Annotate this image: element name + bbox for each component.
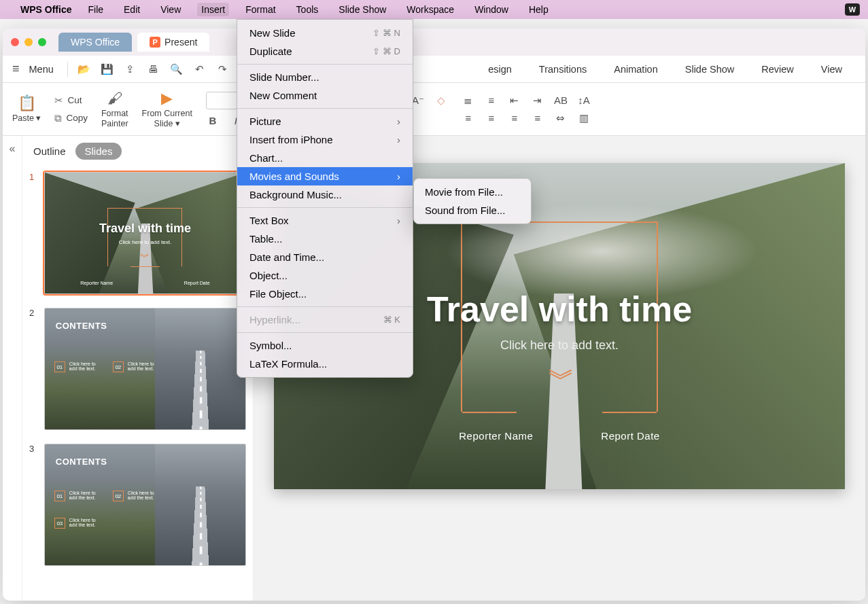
mac-menubar: WPS Office File Edit View Insert Format … bbox=[0, 0, 868, 19]
menu-object[interactable]: Object... bbox=[237, 266, 413, 285]
menu-sound-from-file[interactable]: Sound from File... bbox=[414, 201, 531, 219]
menu-file[interactable]: File bbox=[84, 3, 107, 16]
outline-tab[interactable]: Outline bbox=[33, 145, 66, 157]
numbering-icon[interactable]: ≡ bbox=[485, 94, 498, 106]
menubar-appname[interactable]: WPS Office bbox=[20, 4, 71, 15]
align-right-icon[interactable]: ≡ bbox=[508, 112, 521, 124]
line-spacing-icon[interactable]: ↕A bbox=[577, 94, 591, 106]
decrease-indent-icon[interactable]: ⇤ bbox=[508, 94, 521, 107]
menu-duplicate[interactable]: Duplicate⇧ ⌘ D bbox=[237, 42, 413, 60]
bullets-icon[interactable]: ≣ bbox=[462, 94, 475, 107]
menu-new-slide[interactable]: New Slide⇧ ⌘ N bbox=[237, 24, 413, 42]
columns-icon[interactable]: ▥ bbox=[577, 112, 591, 124]
thumbnail-row: 3 CONTENTS 01 Click here to add the text… bbox=[29, 444, 246, 566]
menu-workspace[interactable]: Workspace bbox=[402, 3, 458, 16]
separator bbox=[67, 62, 68, 77]
side-tabs: Outline Slides bbox=[22, 136, 253, 166]
menu-chart[interactable]: Chart... bbox=[237, 149, 413, 167]
format-painter-button[interactable]: 🖌 FormatPainter bbox=[101, 90, 128, 128]
tab-transitions[interactable]: Transitions bbox=[539, 64, 587, 75]
print-icon[interactable]: 🖶 bbox=[147, 63, 160, 76]
undo-icon[interactable]: ↶ bbox=[193, 63, 207, 76]
menu-date-time[interactable]: Date and Time... bbox=[237, 248, 413, 266]
slide-panel: Outline Slides 1 Travel with time Click … bbox=[22, 136, 254, 601]
slide-thumbnail-1[interactable]: Travel with time Click here to add text.… bbox=[44, 172, 246, 294]
menu-view[interactable]: View bbox=[156, 3, 185, 16]
menu-movies-sounds[interactable]: Movies and Sounds› bbox=[237, 167, 413, 185]
tab-animation[interactable]: Animation bbox=[614, 64, 657, 75]
menu-new-comment[interactable]: New Comment bbox=[237, 86, 413, 105]
menu-tools[interactable]: Tools bbox=[292, 3, 323, 16]
preview-icon[interactable]: 🔍 bbox=[170, 63, 184, 76]
slides-tab[interactable]: Slides bbox=[75, 143, 122, 160]
justify-icon[interactable]: ≡ bbox=[531, 112, 544, 124]
menu-help[interactable]: Help bbox=[525, 3, 553, 16]
menu-hyperlink: Hyperlink...⌘ K bbox=[237, 310, 413, 329]
thumbnails[interactable]: 1 Travel with time Click here to add tex… bbox=[22, 166, 253, 601]
save-icon[interactable]: 💾 bbox=[101, 63, 114, 76]
chevron-down-icon: ︾ bbox=[140, 251, 150, 264]
tab-slideshow[interactable]: Slide Show bbox=[685, 64, 735, 75]
paste-button[interactable]: 📋 Paste ▾ bbox=[12, 94, 41, 123]
menu-insert-iphone[interactable]: Insert from iPhone› bbox=[237, 130, 413, 149]
menu-table[interactable]: Table... bbox=[237, 230, 413, 248]
menu-text-box[interactable]: Text Box› bbox=[237, 211, 413, 230]
from-current-slide-button[interactable]: ▶ From CurrentSlide ▾ bbox=[142, 90, 192, 128]
play-icon: ▶ bbox=[161, 90, 173, 107]
align-center-icon[interactable]: ≡ bbox=[485, 112, 498, 124]
reporter-name[interactable]: Reporter Name bbox=[459, 430, 533, 442]
menubar-tray-icon[interactable]: W bbox=[845, 3, 860, 16]
document-tab[interactable]: P Present bbox=[137, 33, 209, 52]
bold-icon[interactable]: B bbox=[206, 115, 220, 126]
text-direction-icon[interactable]: AB bbox=[554, 94, 568, 106]
brush-icon: 🖌 bbox=[107, 90, 122, 107]
hamburger-icon[interactable]: ≡ bbox=[12, 62, 20, 76]
copy-icon: ⧉ bbox=[54, 112, 62, 124]
open-icon[interactable]: 📂 bbox=[77, 63, 91, 76]
menu-slide-number[interactable]: Slide Number... bbox=[237, 68, 413, 86]
tab-design[interactable]: esign bbox=[488, 64, 512, 75]
menu-latex[interactable]: LaTeX Formula... bbox=[237, 355, 413, 373]
ribbon-top: ≡ Menu 📂 💾 ⇪ 🖶 🔍 ↶ ↷ esign Transitions A… bbox=[3, 56, 865, 83]
menu-picture[interactable]: Picture› bbox=[237, 112, 413, 130]
thumb-title: CONTENTS bbox=[56, 321, 107, 331]
thumbnail-row: 1 Travel with time Click here to add tex… bbox=[29, 172, 246, 294]
thumb-title: CONTENTS bbox=[56, 457, 107, 467]
slide-footer: Reporter Name Report Date bbox=[274, 430, 845, 442]
menu-button[interactable]: Menu bbox=[29, 64, 54, 75]
tab-view[interactable]: View bbox=[821, 64, 842, 75]
menu-slideshow[interactable]: Slide Show bbox=[334, 3, 390, 16]
close-icon[interactable] bbox=[11, 38, 19, 46]
menu-symbol[interactable]: Symbol... bbox=[237, 336, 413, 355]
thumb-subtitle: Click here to add text. bbox=[45, 239, 245, 245]
slide-thumbnail-3[interactable]: CONTENTS 01 Click here to add the text. … bbox=[44, 444, 246, 566]
copy-button[interactable]: ⧉Copy bbox=[54, 112, 88, 124]
menu-edit[interactable]: Edit bbox=[120, 3, 144, 16]
distribute-icon[interactable]: ⇔ bbox=[554, 112, 568, 124]
clipboard-icon: 📋 bbox=[18, 94, 36, 112]
minimize-icon[interactable] bbox=[24, 38, 33, 46]
menu-movie-from-file[interactable]: Movie from File... bbox=[414, 183, 531, 201]
traffic-lights bbox=[11, 38, 46, 46]
cut-button[interactable]: ✂Cut bbox=[54, 94, 88, 107]
app-tab[interactable]: WPS Office bbox=[58, 33, 132, 52]
export-icon[interactable]: ⇪ bbox=[124, 63, 137, 76]
thumbnail-row: 2 CONTENTS 01 Click here to add the text… bbox=[29, 308, 246, 430]
maximize-icon[interactable] bbox=[38, 38, 46, 46]
collapse-pane-button[interactable]: « bbox=[3, 136, 22, 601]
menu-file-object[interactable]: File Object... bbox=[237, 285, 413, 303]
movies-sounds-submenu: Movie from File... Sound from File... bbox=[413, 178, 532, 224]
tab-review[interactable]: Review bbox=[761, 64, 794, 75]
titlebar: WPS Office P Present bbox=[3, 29, 865, 56]
menu-insert[interactable]: Insert bbox=[197, 3, 229, 16]
clear-format-icon[interactable]: ◇ bbox=[434, 94, 448, 107]
redo-icon[interactable]: ↷ bbox=[216, 63, 230, 76]
align-left-icon[interactable]: ≡ bbox=[462, 112, 475, 124]
menu-window[interactable]: Window bbox=[470, 3, 513, 16]
menu-background-music[interactable]: Background Music... bbox=[237, 185, 413, 204]
report-date[interactable]: Report Date bbox=[601, 430, 659, 442]
increase-indent-icon[interactable]: ⇥ bbox=[531, 94, 544, 107]
slide-number: 1 bbox=[29, 172, 39, 294]
slide-thumbnail-2[interactable]: CONTENTS 01 Click here to add the text. … bbox=[44, 308, 246, 430]
menu-format[interactable]: Format bbox=[241, 3, 279, 16]
